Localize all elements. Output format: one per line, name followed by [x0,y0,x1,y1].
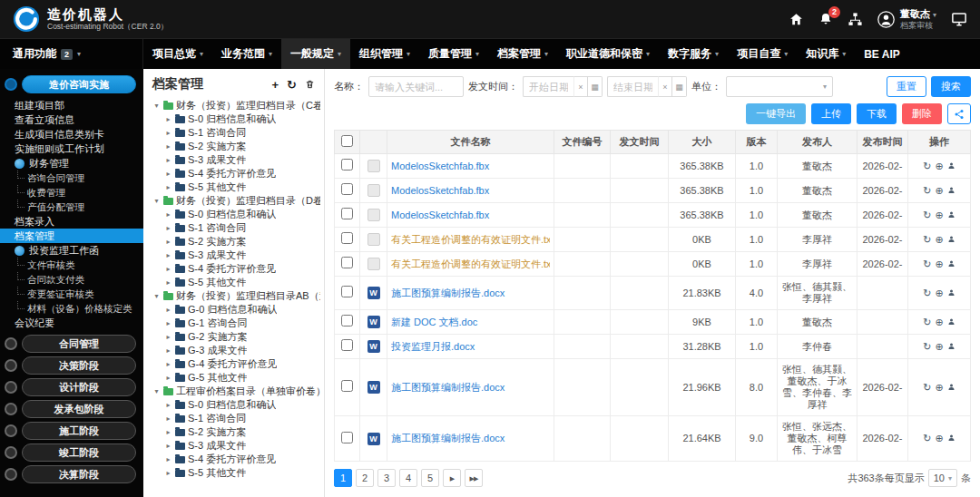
history-icon[interactable]: ↻ [923,258,931,270]
tree-node[interactable]: ▸G-2 实施方案 [164,330,320,344]
row-checkbox[interactable] [341,183,353,195]
tree-node[interactable]: ▸S-3 成果文件 [164,153,320,167]
page-button-2[interactable]: 2 [356,469,374,487]
nav-item-digital-services[interactable]: 数字服务▾ [659,39,728,69]
screen-monitor-icon[interactable] [951,11,967,27]
expand-closed-icon[interactable]: ▸ [164,180,172,194]
reset-button[interactable]: 重置 [887,76,926,97]
tree-node[interactable]: ▸S-2 实施方案 [164,425,320,439]
expand-closed-icon[interactable]: ▸ [164,276,172,289]
tree-node[interactable]: ▸S-0 归档信息和确认 [164,208,320,221]
add-version-icon[interactable]: ⊕ [936,258,944,270]
add-version-icon[interactable]: ⊕ [936,382,944,394]
expand-closed-icon[interactable]: ▸ [164,248,172,262]
expand-closed-icon[interactable]: ▸ [164,357,172,371]
sidebar-stage-bidding[interactable]: 发承包阶段 [0,398,143,420]
delete-button[interactable]: 删除 [902,103,942,124]
expand-closed-icon[interactable]: ▸ [164,126,172,140]
sidebar-stage-construction[interactable]: 施工阶段 [0,420,143,442]
select-all-checkbox[interactable] [341,135,353,147]
tree-group-audit-volume[interactable]: ▾工程审价档案目录（单独审价卷） [152,385,320,398]
tree-node[interactable]: ▸S-4 委托方评价意见 [164,453,320,466]
file-link[interactable]: 有关工程造价调整的有效证明文件.txt [391,258,550,270]
next-page-icon[interactable]: ▶ [443,469,461,487]
add-version-icon[interactable]: ⊕ [936,185,944,197]
delete-node-icon[interactable] [305,79,315,90]
file-link[interactable]: 施工图预算编制报告.docx [391,287,550,299]
tree-node[interactable]: ▸S-2 实施方案 [164,140,320,153]
tree-node[interactable]: ▸S-5 其他文件 [164,180,320,194]
notifications-bell-icon[interactable]: 2 [818,12,833,26]
start-date-input[interactable] [523,76,573,97]
file-link[interactable]: 施工图预算编制报告.docx [391,382,550,394]
nav-item-self-check[interactable]: 项目自查▾ [728,39,797,69]
assign-user-icon[interactable] [947,258,956,270]
tree-node[interactable]: ▸S-3 成果文件 [164,439,320,453]
tree-node[interactable]: ▸S-3 成果文件 [164,248,320,262]
assign-user-icon[interactable] [947,382,956,394]
file-link[interactable]: 施工图预算编制报告.docx [391,433,550,444]
row-checkbox[interactable] [341,159,353,171]
sidebar-item-file-review[interactable]: 文件审核类 [0,258,143,272]
tree-node[interactable]: ▸S-1 咨询合同 [164,126,320,140]
sidebar-item-contract-payment[interactable]: 合同款支付类 [0,272,143,287]
assign-user-icon[interactable] [947,161,956,172]
expand-closed-icon[interactable]: ▸ [164,425,172,439]
search-button[interactable]: 搜索 [931,76,971,97]
export-button[interactable]: 一键导出 [746,103,806,124]
sidebar-item-archive-entry[interactable]: 档案录入 [0,214,143,229]
sidebar-item-material-price-check[interactable]: 材料（设备）价格核定类 [0,301,143,316]
tree-node[interactable]: ▸S-1 咨询合同 [164,221,320,235]
end-date-input[interactable] [607,76,658,97]
history-icon[interactable]: ↻ [923,210,931,221]
row-checkbox[interactable] [341,315,353,326]
page-button-1[interactable]: 1 [334,469,352,487]
sidebar-item-consult-contract[interactable]: 咨询合同管理 [0,171,143,185]
row-checkbox[interactable] [341,339,353,351]
nav-item-org-management[interactable]: 组织管理▾ [350,39,419,69]
sidebar-stage-decision[interactable]: 决策阶段 [0,355,143,376]
sidebar-section-supervision-letters[interactable]: 投资监理工作函 [0,243,143,258]
expand-closed-icon[interactable]: ▸ [164,208,172,221]
assign-user-icon[interactable] [947,341,956,353]
org-chart-icon[interactable] [848,12,863,27]
expand-open-icon[interactable]: ▾ [152,289,161,303]
expand-closed-icon[interactable]: ▸ [164,371,172,385]
refresh-tree-icon[interactable]: ↻ [287,79,297,91]
page-button-3[interactable]: 3 [377,469,396,487]
tree-node[interactable]: ▸S-2 实施方案 [164,235,320,248]
history-icon[interactable]: ↻ [923,287,931,299]
expand-closed-icon[interactable]: ▸ [164,153,172,167]
tree-node[interactable]: ▸G-5 其他文件 [164,371,320,385]
file-link[interactable]: 新建 DOC 文档.doc [391,317,550,328]
file-link[interactable]: 投资监理月报.docx [391,341,550,353]
history-icon[interactable]: ↻ [923,161,931,172]
tree-node[interactable]: ▸S-0 归档信息和确认 [164,112,320,126]
nav-item-project-overview[interactable]: 项目总览▾ [143,39,212,69]
sidebar-item-build-project-dept[interactable]: 组建项目部 [0,98,143,112]
sidebar-stage-contract[interactable]: 合同管理 [0,333,143,355]
expand-closed-icon[interactable]: ▸ [164,303,172,317]
tree-node[interactable]: ▸S-4 委托方评价意见 [164,167,320,180]
file-link[interactable]: ModelosSketchfab.fbx [391,161,550,172]
add-version-icon[interactable]: ⊕ [936,317,944,328]
history-icon[interactable]: ↻ [923,433,931,444]
expand-open-icon[interactable]: ▾ [152,194,161,208]
add-version-icon[interactable]: ⊕ [936,161,944,172]
sidebar-header-cost-consulting[interactable]: 造价咨询实施 [0,73,143,95]
sidebar-stage-final-account[interactable]: 决算阶段 [0,463,143,485]
assign-user-icon[interactable] [947,287,956,299]
sidebar-stage-completion[interactable]: 竣工阶段 [0,442,143,463]
download-button[interactable]: 下载 [857,103,897,124]
expand-open-icon[interactable]: ▾ [152,99,161,112]
add-version-icon[interactable]: ⊕ [936,287,944,299]
row-checkbox[interactable] [341,208,353,219]
tree-node[interactable]: ▸S-1 咨询合同 [164,412,320,425]
home-icon[interactable] [789,12,804,27]
expand-closed-icon[interactable]: ▸ [164,344,172,357]
assign-user-icon[interactable] [947,185,956,197]
expand-open-icon[interactable]: ▾ [152,385,161,398]
nav-item-business-scope[interactable]: 业务范围▾ [212,39,281,69]
sidebar-item-view-project-info[interactable]: 查看立项信息 [0,112,143,127]
clear-end-date-icon[interactable]: × [658,76,672,97]
